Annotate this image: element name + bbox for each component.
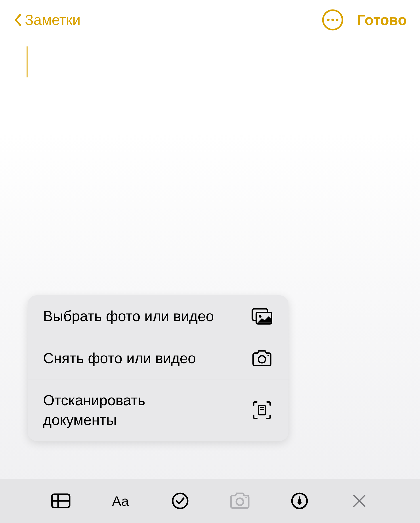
- svg-point-2: [331, 19, 334, 21]
- camera-popup-menu: Выбрать фото или видео Снять фото или ви…: [28, 295, 288, 441]
- svg-point-15: [173, 493, 188, 508]
- camera-icon: [251, 350, 273, 367]
- text-style-button[interactable]: Aa: [108, 489, 133, 513]
- keyboard-toolbar: Aa: [0, 479, 420, 523]
- svg-point-16: [236, 498, 243, 505]
- scan-documents-item[interactable]: Отсканировать документы: [28, 379, 288, 441]
- svg-point-17: [245, 497, 247, 498]
- svg-point-1: [327, 19, 330, 21]
- header: Заметки Готово: [0, 0, 420, 40]
- close-button[interactable]: [347, 489, 371, 513]
- close-icon: [351, 493, 367, 509]
- markup-pen-icon: [291, 492, 308, 510]
- note-editor[interactable]: [0, 40, 420, 195]
- svg-point-8: [268, 355, 269, 356]
- markup-button[interactable]: [287, 489, 312, 513]
- done-button[interactable]: Готово: [357, 11, 407, 28]
- svg-rect-9: [259, 406, 265, 415]
- popup-item-label: Отсканировать документы: [43, 391, 220, 430]
- table-icon: [51, 493, 71, 509]
- camera-icon: [229, 492, 251, 510]
- checkmark-circle-icon: [171, 492, 189, 510]
- choose-photo-video-item[interactable]: Выбрать фото или видео: [28, 295, 288, 337]
- more-icon: [322, 9, 344, 31]
- gallery-icon: [251, 308, 273, 325]
- popup-item-label: Снять фото или видео: [43, 348, 196, 368]
- back-button[interactable]: Заметки: [13, 11, 80, 28]
- chevron-left-icon: [13, 13, 22, 26]
- text-style-icon: Aa: [112, 493, 129, 509]
- svg-point-6: [259, 315, 262, 318]
- checklist-button[interactable]: [168, 489, 192, 513]
- table-button[interactable]: [49, 489, 73, 513]
- back-label: Заметки: [25, 11, 80, 28]
- svg-point-3: [336, 19, 338, 21]
- scan-icon: [251, 401, 273, 419]
- take-photo-video-item[interactable]: Снять фото или видео: [28, 337, 288, 379]
- popup-item-label: Выбрать фото или видео: [43, 306, 214, 326]
- camera-button[interactable]: [228, 489, 252, 513]
- more-button[interactable]: [322, 9, 344, 31]
- text-cursor: [26, 47, 28, 77]
- svg-point-7: [258, 356, 265, 363]
